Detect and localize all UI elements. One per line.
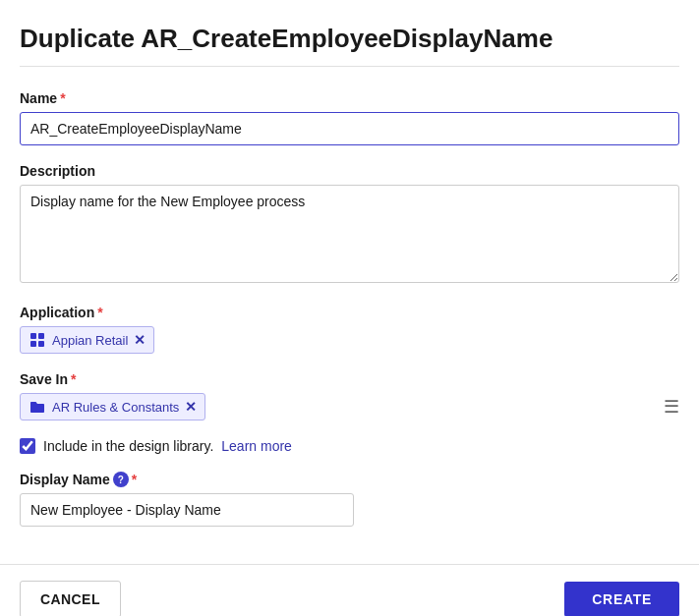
application-label: Application * — [20, 305, 679, 320]
save-in-tag-container: AR Rules & Constants ✕ — [20, 393, 205, 420]
save-in-tag-remove[interactable]: ✕ — [185, 400, 197, 414]
name-field-group: Name * — [20, 90, 679, 145]
application-tag: Appian Retail ✕ — [20, 326, 154, 354]
page-container: Duplicate AR_CreateEmployeeDisplayName N… — [0, 0, 699, 616]
svg-rect-3 — [38, 341, 44, 347]
save-in-required-star: * — [71, 371, 76, 387]
main-content: Duplicate AR_CreateEmployeeDisplayName N… — [0, 0, 699, 564]
application-tag-remove[interactable]: ✕ — [134, 333, 146, 347]
application-tag-label: Appian Retail — [52, 333, 128, 348]
learn-more-link[interactable]: Learn more — [221, 438, 292, 454]
design-library-row: Include in the design library. Learn mor… — [20, 438, 679, 454]
name-input[interactable] — [20, 112, 679, 145]
save-in-tag: AR Rules & Constants ✕ — [20, 393, 205, 420]
description-input[interactable]: Display name for the New Employee proces… — [20, 185, 679, 283]
application-required-star: * — [97, 305, 102, 320]
application-field-group: Application * Appian Retail ✕ — [20, 305, 679, 354]
display-name-field-group: Display Name ? * — [20, 472, 679, 527]
description-label: Description — [20, 163, 679, 179]
svg-rect-0 — [30, 333, 36, 339]
list-icon[interactable]: ☰ — [664, 396, 679, 418]
create-button[interactable]: CREATE — [564, 582, 679, 616]
svg-rect-1 — [38, 333, 44, 339]
application-tag-container: Appian Retail ✕ — [20, 326, 679, 354]
grid-icon — [29, 331, 46, 349]
design-library-checkbox[interactable] — [20, 438, 35, 454]
design-library-label: Include in the design library. — [43, 438, 213, 454]
page-title: Duplicate AR_CreateEmployeeDisplayName — [20, 24, 679, 67]
name-required-star: * — [60, 90, 65, 106]
display-name-required-star: * — [132, 472, 137, 487]
footer-bar: CANCEL CREATE — [0, 564, 699, 616]
folder-icon — [29, 398, 46, 416]
save-in-tag-label: AR Rules & Constants — [52, 400, 179, 415]
description-field-group: Description Display name for the New Emp… — [20, 163, 679, 287]
name-label: Name * — [20, 90, 679, 106]
svg-rect-2 — [30, 341, 36, 347]
save-in-row: AR Rules & Constants ✕ ☰ — [20, 393, 679, 420]
help-icon[interactable]: ? — [113, 472, 129, 487]
save-in-label: Save In * — [20, 371, 679, 387]
save-in-field-group: Save In * AR Rules & Constants ✕ — [20, 371, 679, 420]
cancel-button[interactable]: CANCEL — [20, 581, 121, 616]
display-name-label: Display Name ? * — [20, 472, 679, 487]
display-name-input[interactable] — [20, 493, 354, 527]
